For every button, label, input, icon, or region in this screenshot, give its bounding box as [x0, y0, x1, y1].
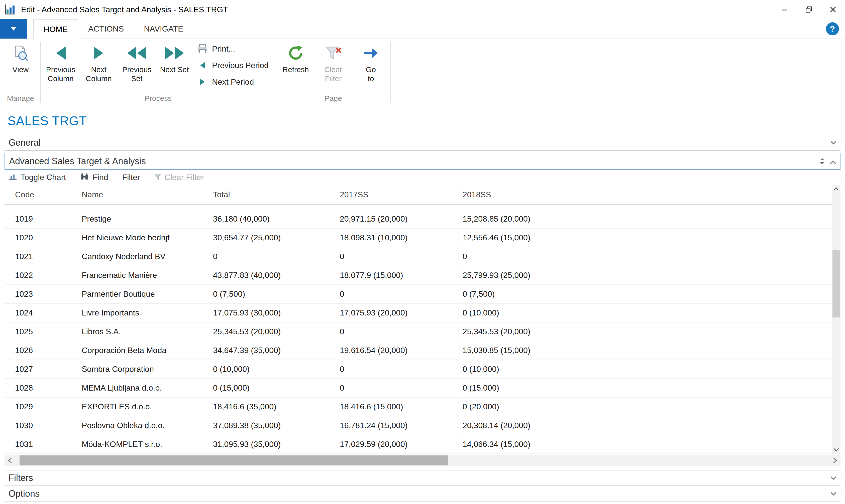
- app-logo-icon: [4, 3, 17, 16]
- fasttab-advanced[interactable]: Advanced Sales Target & Analysis: [4, 153, 841, 170]
- table-cell-2018ss: 14,066.34 (15,000): [459, 435, 832, 453]
- next-set-button[interactable]: Next Set: [156, 39, 193, 74]
- table-cell-name: Sombra Corporation: [82, 360, 213, 378]
- next-column-icon: [92, 42, 105, 64]
- table-row[interactable]: 1027 Sombra Corporation 0 (10,000) 0 0 (…: [4, 360, 832, 379]
- table-cell-total: 18,416.6 (35,000): [213, 398, 336, 416]
- go-to-icon: [363, 42, 379, 64]
- table-row[interactable]: 1023 Parmentier Boutique 0 (7,500) 0 0 (…: [4, 285, 832, 304]
- fasttab-options[interactable]: Options: [4, 486, 841, 502]
- table-row[interactable]: 1022 Francematic Manière 43,877.83 (40,0…: [4, 266, 832, 285]
- table-cell-name: Het Nieuwe Mode bedrijf: [82, 229, 213, 247]
- help-button[interactable]: ?: [826, 22, 839, 35]
- clear-filter-label: Clear Filter: [317, 65, 350, 83]
- go-to-button[interactable]: Go to: [352, 39, 390, 83]
- dropdown-caret-icon: [11, 27, 17, 31]
- view-label: View: [13, 65, 29, 74]
- toggle-chart-button[interactable]: Toggle Chart: [8, 173, 66, 182]
- minimize-icon: [782, 6, 788, 13]
- filter-button[interactable]: Filter: [122, 173, 140, 182]
- ribbon-group-manage: View Manage: [2, 39, 39, 106]
- table-row[interactable]: 1030 Poslovna Obleka d.o.o. 37,089.38 (3…: [4, 416, 832, 435]
- next-column-label: Next Column: [82, 65, 115, 83]
- minimize-button[interactable]: [773, 0, 797, 19]
- table-row[interactable]: 1026 Corporación Beta Moda 34,647.39 (35…: [4, 341, 832, 360]
- vertical-scrollbar[interactable]: [832, 185, 841, 454]
- ribbon-separator: [40, 41, 40, 103]
- column-header-name[interactable]: Name: [82, 185, 213, 204]
- table-cell-code: 1030: [15, 416, 82, 435]
- table-cell-2018ss: 20,308.14 (20,000): [459, 416, 832, 435]
- table-cell-name: Poslovna Obleka d.o.o.: [82, 416, 213, 435]
- window-titlebar: Edit - Advanced Sales Target and Analysi…: [0, 0, 845, 19]
- clear-filter-toolbar-button[interactable]: Clear Filter: [154, 173, 204, 182]
- scroll-up-button[interactable]: [832, 185, 841, 193]
- table-cell-2018ss: 0 (20,000): [459, 398, 832, 416]
- table-cell-name: Francematic Manière: [82, 266, 213, 284]
- window-title: Edit - Advanced Sales Target and Analysi…: [21, 5, 773, 14]
- clear-filter-toolbar-label: Clear Filter: [165, 173, 204, 182]
- table-cell-2017ss: 0: [336, 247, 459, 266]
- table-cell-2017ss: 16,781.24 (15,000): [336, 416, 459, 435]
- view-button[interactable]: View: [2, 39, 39, 74]
- fasttab-general[interactable]: General: [4, 135, 841, 151]
- ribbon-group-process: Previous Column Next Column Previous Set: [41, 39, 275, 106]
- table-cell-name: MEMA Ljubljana d.o.o.: [82, 379, 213, 397]
- table-cell-total: 0 (10,000): [213, 360, 336, 378]
- table-row[interactable]: 1021 Candoxy Nederland BV 0 0 0: [4, 247, 832, 266]
- fasttab-advanced-label: Advanced Sales Target & Analysis: [9, 156, 146, 166]
- horizontal-scrollbar-track[interactable]: [16, 455, 829, 466]
- tab-home[interactable]: HOME: [33, 19, 78, 39]
- previous-column-button[interactable]: Previous Column: [41, 39, 80, 83]
- table-row[interactable]: 1028 MEMA Ljubljana d.o.o. 0 (15,000) 0 …: [4, 379, 832, 398]
- table-body: 1019 Prestige 36,180 (40,000) 20,971.15 …: [4, 205, 832, 454]
- restore-button[interactable]: [797, 0, 821, 19]
- scroll-down-button[interactable]: [832, 445, 841, 454]
- table-row[interactable]: 1025 Libros S.A. 25,345.53 (20,000) 0 25…: [4, 323, 832, 341]
- table-cell-name: Libros S.A.: [82, 323, 213, 341]
- table-cell-total: 0 (7,500): [213, 285, 336, 303]
- column-header-2017ss[interactable]: 2017SS: [336, 185, 459, 204]
- chevron-down-icon: [830, 141, 837, 144]
- chevron-up-icon[interactable]: [830, 156, 836, 166]
- scroll-left-button[interactable]: [4, 455, 16, 466]
- horizontal-scrollbar[interactable]: [4, 455, 841, 466]
- table-row[interactable]: 1029 EXPORTLES d.o.o. 18,416.6 (35,000) …: [4, 398, 832, 416]
- table-row[interactable]: 1031 Móda-KOMPLET s.r.o. 31,095.93 (35,0…: [4, 435, 832, 454]
- tab-actions[interactable]: ACTIONS: [78, 19, 134, 39]
- data-grid: Code Name Total 2017SS 2018SS 1019 Prest…: [4, 185, 841, 454]
- vertical-scrollbar-thumb[interactable]: [832, 250, 840, 318]
- table-cell-2018ss: 0 (15,000): [459, 379, 832, 397]
- table-cell-code: 1021: [15, 247, 82, 266]
- table-cell-2017ss: 20,971.15 (20,000): [336, 210, 459, 228]
- clear-filter-button[interactable]: Clear Filter: [314, 39, 352, 83]
- table-row[interactable]: 1019 Prestige 36,180 (40,000) 20,971.15 …: [4, 210, 832, 229]
- previous-column-icon: [54, 42, 67, 64]
- expand-collapse-icon[interactable]: [820, 156, 825, 166]
- previous-period-button[interactable]: Previous Period: [197, 57, 269, 74]
- fasttab-general-label: General: [8, 138, 40, 148]
- table-row[interactable]: 1020 Het Nieuwe Mode bedrijf 30,654.77 (…: [4, 229, 832, 247]
- previous-period-icon: [197, 61, 208, 69]
- table-cell-2017ss: 17,075.93 (20,000): [336, 304, 459, 322]
- find-button[interactable]: Find: [80, 173, 108, 182]
- previous-set-button[interactable]: Previous Set: [118, 39, 156, 83]
- horizontal-scrollbar-thumb[interactable]: [20, 455, 448, 465]
- table-cell-total: 43,877.83 (40,000): [213, 266, 336, 284]
- column-header-2018ss[interactable]: 2018SS: [459, 185, 832, 204]
- app-menu-button[interactable]: [0, 19, 27, 39]
- column-header-total[interactable]: Total: [213, 185, 336, 204]
- column-header-code[interactable]: Code: [15, 185, 82, 204]
- close-button[interactable]: [821, 0, 845, 19]
- table-cell-2017ss: 0: [336, 323, 459, 341]
- next-period-button[interactable]: Next Period: [197, 74, 269, 90]
- scroll-right-button[interactable]: [829, 455, 841, 466]
- print-button[interactable]: Print...: [197, 40, 269, 57]
- vertical-scrollbar-track[interactable]: [832, 193, 841, 445]
- fasttab-filters[interactable]: Filters: [4, 470, 841, 486]
- tab-navigate[interactable]: NAVIGATE: [134, 19, 193, 39]
- refresh-button[interactable]: Refresh: [277, 39, 314, 74]
- table-row[interactable]: 1024 Livre Importants 17,075.93 (30,000)…: [4, 304, 832, 323]
- next-column-button[interactable]: Next Column: [80, 39, 118, 83]
- funnel-icon: [154, 173, 161, 182]
